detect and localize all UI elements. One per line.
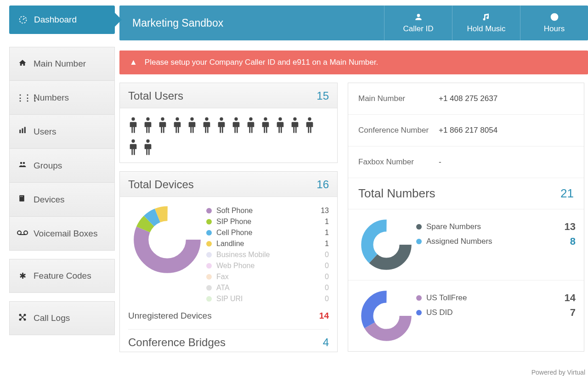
sidebar-item-label: Dashboard [34,15,77,25]
person-icon [290,117,300,134]
person-icon [305,117,315,134]
svg-rect-2 [19,130,21,134]
svg-point-24 [220,118,223,121]
legend-label: ATA [216,284,311,292]
legend-label: Landline [216,240,311,248]
sidebar-item-devices[interactable]: Devices [9,183,115,217]
groups-icon [16,160,29,171]
svg-point-31 [131,140,135,143]
sidebar-item-users[interactable]: Users [9,115,115,149]
legend-dot-icon [206,208,212,213]
sidebar: Dashboard Main Number⋮⋮⋮NumbersUsersGrou… [0,0,115,360]
legend-value: 13 [311,207,329,215]
legend-value: 1 [311,229,329,237]
hours-button[interactable]: Hours [520,6,588,40]
devices-donut [128,205,206,304]
legend-row: US TollFree14 [416,291,576,305]
legend-dot-icon [206,241,212,247]
person-icon [202,117,212,134]
legend-value: 8 [570,236,576,247]
svg-rect-4 [24,127,26,134]
devices-count: 16 [317,178,329,191]
dashboard-icon [18,15,28,24]
sidebar-item-label: Main Number [34,59,86,69]
svg-point-10 [17,231,21,235]
total-devices-card: Total Devices 16 Soft Phone13S [119,171,338,352]
legend-dot-icon [206,274,212,280]
legend-row: Landline1 [206,238,329,249]
sidebar-item-label: Devices [34,195,65,205]
legend-dot-icon [206,230,212,236]
svg-point-19 [146,118,149,121]
call-logs-icon [16,313,29,324]
svg-point-26 [249,118,252,121]
main-number-label: Main Number [358,94,439,103]
person-icon [246,117,256,134]
legend-dot-icon [416,310,422,315]
users-count: 15 [317,90,329,102]
legend-value: 1 [311,240,329,248]
legend-row: Assigned Numbers8 [416,234,576,249]
header: Marketing Sandbox Caller ID Hold Music H… [119,6,588,40]
legend-dot-icon [416,295,422,301]
legend-value: 0 [311,284,329,292]
total-numbers-label: Total Numbers [358,186,435,201]
svg-point-27 [264,118,267,121]
svg-point-21 [175,118,179,121]
numbers-alloc-donut [356,219,416,270]
person-icon [158,117,168,134]
legend-value: 0 [311,251,329,259]
sidebar-item-voicemail-boxes[interactable]: Voicemail Boxes [9,217,115,251]
feature-codes-icon: ✱ [16,271,29,281]
legend-value: 14 [565,292,576,304]
setup-alert: ▲ Please setup your Company Caller ID an… [119,51,588,74]
page-title: Marketing Sandbox [119,6,384,40]
devices-icon [16,194,29,205]
conf-number-label: Conference Number [358,126,439,135]
legend-row: Soft Phone13 [206,205,329,216]
sidebar-item-dashboard[interactable]: Dashboard [9,6,115,34]
legend-row: SIP Phone1 [206,216,329,227]
svg-rect-9 [22,196,23,197]
sidebar-item-label: Voicemail Boxes [34,229,97,239]
hold-music-button[interactable]: Hold Music [452,6,520,40]
footer: Powered by Virtual [531,369,585,376]
person-icon [128,117,138,134]
sidebar-item-groups[interactable]: Groups [9,149,115,183]
sidebar-item-call-logs[interactable]: Call Logs [9,301,115,335]
svg-point-32 [146,140,149,143]
person-icon [275,117,285,134]
sidebar-item-label: Numbers [34,93,69,103]
main-number-value: +1 408 275 2637 [439,94,498,103]
person-icon [143,139,153,156]
header-btn-label: Hours [544,24,565,34]
main: Marketing Sandbox Caller ID Hold Music H… [115,0,588,360]
numbers-icon: ⋮⋮⋮ [16,93,29,103]
person-icon [231,117,241,134]
music-icon [482,12,491,22]
legend-label: Business Mobile [216,251,311,259]
caller-id-button[interactable]: Caller ID [384,6,452,40]
person-icon [128,139,138,156]
numbers-type-donut [356,291,416,341]
fax-number-label: Faxbox Number [358,157,439,167]
fax-number-value: - [439,157,441,167]
sidebar-item-feature-codes[interactable]: ✱Feature Codes [9,259,115,293]
legend-row: Cell Phone1 [206,227,329,238]
sidebar-item-label: Feature Codes [34,271,91,281]
sidebar-item-main-number[interactable]: Main Number [9,47,115,81]
legend-row: Business Mobile0 [206,249,329,260]
legend-label: Spare Numbers [426,222,565,231]
svg-point-28 [278,118,282,121]
person-icon [187,117,197,134]
svg-rect-3 [22,129,23,134]
conf-bridges-label: Conference Bridges [128,336,226,349]
legend-dot-icon [206,252,212,258]
svg-point-5 [20,162,23,164]
svg-point-25 [234,118,237,121]
total-numbers-value: 21 [560,186,574,201]
sidebar-item-numbers[interactable]: ⋮⋮⋮Numbers [9,81,115,115]
clock-icon [550,12,559,22]
sidebar-item-label: Groups [34,161,62,171]
alert-text: Please setup your Company Caller ID and … [145,58,378,67]
